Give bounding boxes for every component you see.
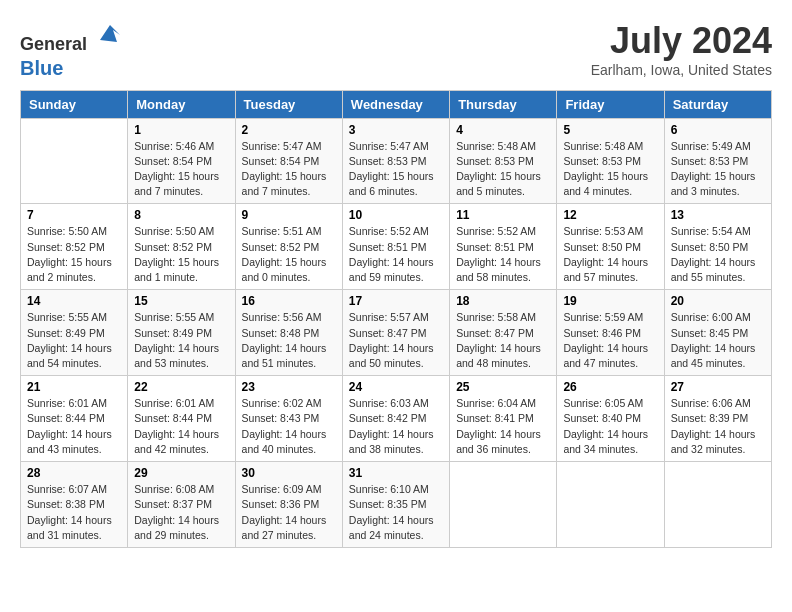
day-number: 25	[456, 380, 550, 394]
day-detail: Sunrise: 5:57 AM Sunset: 8:47 PM Dayligh…	[349, 310, 443, 371]
day-number: 30	[242, 466, 336, 480]
day-number: 29	[134, 466, 228, 480]
calendar-week-row: 28Sunrise: 6:07 AM Sunset: 8:38 PM Dayli…	[21, 462, 772, 548]
logo: General Blue	[20, 20, 125, 80]
calendar-week-row: 7Sunrise: 5:50 AM Sunset: 8:52 PM Daylig…	[21, 204, 772, 290]
calendar-day-cell: 26Sunrise: 6:05 AM Sunset: 8:40 PM Dayli…	[557, 376, 664, 462]
weekday-header: Sunday	[21, 90, 128, 118]
calendar-day-cell: 17Sunrise: 5:57 AM Sunset: 8:47 PM Dayli…	[342, 290, 449, 376]
day-detail: Sunrise: 5:48 AM Sunset: 8:53 PM Dayligh…	[456, 139, 550, 200]
day-detail: Sunrise: 5:48 AM Sunset: 8:53 PM Dayligh…	[563, 139, 657, 200]
calendar-day-cell: 4Sunrise: 5:48 AM Sunset: 8:53 PM Daylig…	[450, 118, 557, 204]
calendar-day-cell: 11Sunrise: 5:52 AM Sunset: 8:51 PM Dayli…	[450, 204, 557, 290]
day-number: 6	[671, 123, 765, 137]
weekday-header: Monday	[128, 90, 235, 118]
calendar-day-cell: 20Sunrise: 6:00 AM Sunset: 8:45 PM Dayli…	[664, 290, 771, 376]
day-detail: Sunrise: 5:54 AM Sunset: 8:50 PM Dayligh…	[671, 224, 765, 285]
day-detail: Sunrise: 6:05 AM Sunset: 8:40 PM Dayligh…	[563, 396, 657, 457]
day-detail: Sunrise: 5:49 AM Sunset: 8:53 PM Dayligh…	[671, 139, 765, 200]
weekday-header: Tuesday	[235, 90, 342, 118]
day-number: 3	[349, 123, 443, 137]
calendar-day-cell	[557, 462, 664, 548]
day-number: 26	[563, 380, 657, 394]
calendar-day-cell	[450, 462, 557, 548]
day-number: 31	[349, 466, 443, 480]
day-detail: Sunrise: 5:47 AM Sunset: 8:54 PM Dayligh…	[242, 139, 336, 200]
day-detail: Sunrise: 6:01 AM Sunset: 8:44 PM Dayligh…	[134, 396, 228, 457]
calendar-day-cell: 28Sunrise: 6:07 AM Sunset: 8:38 PM Dayli…	[21, 462, 128, 548]
day-number: 14	[27, 294, 121, 308]
day-detail: Sunrise: 5:55 AM Sunset: 8:49 PM Dayligh…	[27, 310, 121, 371]
calendar-day-cell: 24Sunrise: 6:03 AM Sunset: 8:42 PM Dayli…	[342, 376, 449, 462]
calendar-day-cell: 31Sunrise: 6:10 AM Sunset: 8:35 PM Dayli…	[342, 462, 449, 548]
day-detail: Sunrise: 6:03 AM Sunset: 8:42 PM Dayligh…	[349, 396, 443, 457]
day-detail: Sunrise: 6:10 AM Sunset: 8:35 PM Dayligh…	[349, 482, 443, 543]
day-detail: Sunrise: 5:47 AM Sunset: 8:53 PM Dayligh…	[349, 139, 443, 200]
day-detail: Sunrise: 5:53 AM Sunset: 8:50 PM Dayligh…	[563, 224, 657, 285]
day-detail: Sunrise: 6:00 AM Sunset: 8:45 PM Dayligh…	[671, 310, 765, 371]
calendar-day-cell: 16Sunrise: 5:56 AM Sunset: 8:48 PM Dayli…	[235, 290, 342, 376]
calendar-day-cell: 27Sunrise: 6:06 AM Sunset: 8:39 PM Dayli…	[664, 376, 771, 462]
day-detail: Sunrise: 5:46 AM Sunset: 8:54 PM Dayligh…	[134, 139, 228, 200]
calendar-day-cell: 29Sunrise: 6:08 AM Sunset: 8:37 PM Dayli…	[128, 462, 235, 548]
calendar-day-cell: 15Sunrise: 5:55 AM Sunset: 8:49 PM Dayli…	[128, 290, 235, 376]
day-number: 23	[242, 380, 336, 394]
page-header: General Blue July 2024 Earlham, Iowa, Un…	[20, 20, 772, 80]
calendar-day-cell: 12Sunrise: 5:53 AM Sunset: 8:50 PM Dayli…	[557, 204, 664, 290]
day-detail: Sunrise: 5:50 AM Sunset: 8:52 PM Dayligh…	[27, 224, 121, 285]
calendar-day-cell: 9Sunrise: 5:51 AM Sunset: 8:52 PM Daylig…	[235, 204, 342, 290]
day-detail: Sunrise: 5:58 AM Sunset: 8:47 PM Dayligh…	[456, 310, 550, 371]
day-detail: Sunrise: 5:56 AM Sunset: 8:48 PM Dayligh…	[242, 310, 336, 371]
calendar-day-cell: 18Sunrise: 5:58 AM Sunset: 8:47 PM Dayli…	[450, 290, 557, 376]
calendar-header-row: SundayMondayTuesdayWednesdayThursdayFrid…	[21, 90, 772, 118]
calendar-day-cell: 30Sunrise: 6:09 AM Sunset: 8:36 PM Dayli…	[235, 462, 342, 548]
day-detail: Sunrise: 6:06 AM Sunset: 8:39 PM Dayligh…	[671, 396, 765, 457]
day-number: 5	[563, 123, 657, 137]
calendar-day-cell: 3Sunrise: 5:47 AM Sunset: 8:53 PM Daylig…	[342, 118, 449, 204]
calendar-day-cell: 19Sunrise: 5:59 AM Sunset: 8:46 PM Dayli…	[557, 290, 664, 376]
logo-general: General	[20, 34, 87, 54]
calendar-day-cell	[664, 462, 771, 548]
day-number: 2	[242, 123, 336, 137]
day-number: 9	[242, 208, 336, 222]
day-detail: Sunrise: 6:04 AM Sunset: 8:41 PM Dayligh…	[456, 396, 550, 457]
calendar-day-cell: 7Sunrise: 5:50 AM Sunset: 8:52 PM Daylig…	[21, 204, 128, 290]
calendar-day-cell: 2Sunrise: 5:47 AM Sunset: 8:54 PM Daylig…	[235, 118, 342, 204]
calendar-day-cell: 25Sunrise: 6:04 AM Sunset: 8:41 PM Dayli…	[450, 376, 557, 462]
day-number: 11	[456, 208, 550, 222]
calendar-day-cell: 21Sunrise: 6:01 AM Sunset: 8:44 PM Dayli…	[21, 376, 128, 462]
day-detail: Sunrise: 5:59 AM Sunset: 8:46 PM Dayligh…	[563, 310, 657, 371]
logo-bird-icon	[95, 20, 125, 50]
weekday-header: Saturday	[664, 90, 771, 118]
calendar-day-cell: 8Sunrise: 5:50 AM Sunset: 8:52 PM Daylig…	[128, 204, 235, 290]
day-number: 10	[349, 208, 443, 222]
day-detail: Sunrise: 6:08 AM Sunset: 8:37 PM Dayligh…	[134, 482, 228, 543]
day-detail: Sunrise: 5:51 AM Sunset: 8:52 PM Dayligh…	[242, 224, 336, 285]
calendar-day-cell: 10Sunrise: 5:52 AM Sunset: 8:51 PM Dayli…	[342, 204, 449, 290]
day-detail: Sunrise: 5:50 AM Sunset: 8:52 PM Dayligh…	[134, 224, 228, 285]
day-number: 19	[563, 294, 657, 308]
weekday-header: Wednesday	[342, 90, 449, 118]
day-detail: Sunrise: 5:52 AM Sunset: 8:51 PM Dayligh…	[456, 224, 550, 285]
day-number: 15	[134, 294, 228, 308]
calendar-day-cell: 1Sunrise: 5:46 AM Sunset: 8:54 PM Daylig…	[128, 118, 235, 204]
month-year-title: July 2024	[591, 20, 772, 62]
day-detail: Sunrise: 5:55 AM Sunset: 8:49 PM Dayligh…	[134, 310, 228, 371]
calendar-week-row: 21Sunrise: 6:01 AM Sunset: 8:44 PM Dayli…	[21, 376, 772, 462]
logo-blue: Blue	[20, 56, 125, 80]
calendar-day-cell: 6Sunrise: 5:49 AM Sunset: 8:53 PM Daylig…	[664, 118, 771, 204]
calendar-day-cell: 13Sunrise: 5:54 AM Sunset: 8:50 PM Dayli…	[664, 204, 771, 290]
day-number: 13	[671, 208, 765, 222]
day-number: 1	[134, 123, 228, 137]
day-number: 20	[671, 294, 765, 308]
day-number: 16	[242, 294, 336, 308]
day-number: 24	[349, 380, 443, 394]
calendar-table: SundayMondayTuesdayWednesdayThursdayFrid…	[20, 90, 772, 548]
day-number: 22	[134, 380, 228, 394]
calendar-day-cell: 23Sunrise: 6:02 AM Sunset: 8:43 PM Dayli…	[235, 376, 342, 462]
day-number: 27	[671, 380, 765, 394]
day-number: 18	[456, 294, 550, 308]
day-number: 21	[27, 380, 121, 394]
calendar-day-cell: 5Sunrise: 5:48 AM Sunset: 8:53 PM Daylig…	[557, 118, 664, 204]
day-detail: Sunrise: 6:09 AM Sunset: 8:36 PM Dayligh…	[242, 482, 336, 543]
